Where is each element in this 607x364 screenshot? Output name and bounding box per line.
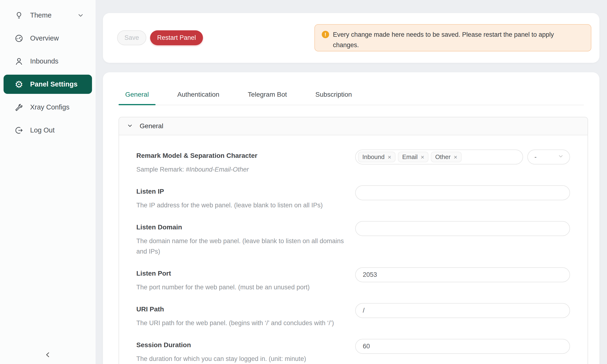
toolbar-card: Save Restart Panel ! Every change made h… [103,13,599,63]
remark-sample-text: Sample Remark: #Inbound-Email-Other [136,164,346,175]
wrench-icon [14,103,24,112]
user-icon [14,57,24,66]
restart-warning-alert: ! Every change made here needs to be sav… [314,24,591,52]
sidebar-item-label: Xray Configs [30,103,69,111]
general-collapse-panel: General Remark Model & Separation Charac… [119,117,588,364]
tag-inbound: Inbound × [358,152,396,162]
sample-remark-value: #Inbound-Email-Other [186,166,249,173]
listen-ip-desc: The IP address for the web panel. (leave… [136,200,346,210]
listen-domain-label: Listen Domain [136,222,346,232]
gear-icon: ⚙ [14,80,24,89]
listen-ip-label: Listen IP [136,187,346,196]
sidebar-item-label: Theme [30,11,52,19]
sidebar-item-xray-configs[interactable]: Xray Configs [3,98,92,117]
sidebar-item-label: Log Out [30,126,54,134]
sidebar-item-overview[interactable]: Overview [3,29,92,48]
sidebar-item-panel-settings[interactable]: ⚙ Panel Settings [3,75,92,94]
sidebar-menu: Theme Overview Inbounds ⚙ Panel Sett [0,0,95,140]
logout-icon [14,126,24,135]
lightbulb-icon [14,11,24,20]
form-row-remark-model: Remark Model & Separation Character Samp… [136,150,570,175]
listen-ip-input[interactable] [355,185,570,200]
chevron-down-icon [127,122,133,130]
listen-port-label: Listen Port [136,269,346,278]
tab-subscription[interactable]: Subscription [309,91,358,105]
sidebar: Theme Overview Inbounds ⚙ Panel Sett [0,0,95,364]
sidebar-item-label: Panel Settings [30,80,78,88]
listen-domain-input[interactable] [355,221,570,236]
warning-icon: ! [322,31,329,38]
listen-port-desc: The port number for the web panel. (must… [136,282,346,292]
sidebar-item-label: Inbounds [30,57,58,65]
remark-model-label: Remark Model & Separation Character [136,151,346,160]
sidebar-item-theme[interactable]: Theme [3,6,92,25]
general-form: Remark Model & Separation Character Samp… [119,135,588,364]
general-collapse-header[interactable]: General [119,117,588,135]
alert-message: Every change made here needs to be saved… [333,29,561,50]
form-row-listen-domain: Listen Domain The domain name for the we… [136,221,570,257]
uri-path-label: URI Path [136,304,346,314]
separator-value: - [534,153,537,161]
listen-port-input[interactable] [355,267,570,282]
sidebar-collapse-button[interactable] [0,350,95,361]
tag-other: Other × [431,152,462,162]
collapse-title: General [140,122,163,130]
form-row-listen-port: Listen Port The port number for the web … [136,267,570,292]
save-button[interactable]: Save [117,30,146,45]
sidebar-item-label: Overview [30,34,59,42]
remark-model-multiselect[interactable]: Inbound × Email × Other × [355,150,523,165]
chevron-down-icon [558,153,564,161]
restart-panel-button[interactable]: Restart Panel [150,30,203,45]
form-row-uri-path: URI Path The URI path for the web panel.… [136,303,570,328]
settings-card: General Authentication Telegram Bot Subs… [103,72,599,364]
chevron-down-icon [77,12,84,19]
tag-email: Email × [398,152,428,162]
sidebar-item-inbounds[interactable]: Inbounds [3,52,92,71]
tab-telegram-bot[interactable]: Telegram Bot [241,91,293,105]
sidebar-item-log-out[interactable]: Log Out [3,121,92,140]
dashboard-icon [14,34,24,43]
close-icon[interactable]: × [421,154,424,160]
chevron-left-icon [44,351,52,360]
session-duration-desc: The duration for which you can stay logg… [136,353,346,364]
session-duration-label: Session Duration [136,340,346,350]
app-root: Theme Overview Inbounds ⚙ Panel Sett [0,0,607,364]
tab-authentication[interactable]: Authentication [171,91,226,105]
close-icon[interactable]: × [454,154,457,160]
listen-domain-desc: The domain name for the web panel. (leav… [136,236,346,257]
form-row-listen-ip: Listen IP The IP address for the web pan… [136,185,570,210]
form-row-session-duration: Session Duration The duration for which … [136,339,570,364]
tab-general[interactable]: General [119,91,156,105]
close-icon[interactable]: × [388,154,391,160]
uri-path-desc: The URI path for the web panel. (begins … [136,318,346,328]
session-duration-input[interactable] [355,339,570,354]
separator-select[interactable]: - [527,150,570,165]
uri-path-input[interactable] [355,303,570,318]
settings-tabs: General Authentication Telegram Bot Subs… [119,91,584,105]
